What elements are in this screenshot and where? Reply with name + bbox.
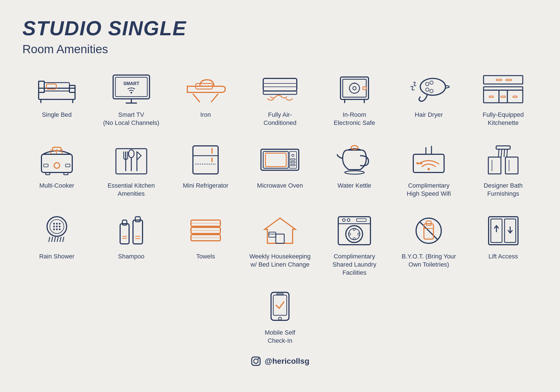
shampoo-icon (109, 212, 154, 248)
svg-rect-51 (66, 164, 70, 167)
svg-rect-38 (484, 90, 499, 103)
svg-rect-47 (41, 154, 72, 172)
svg-line-86 (504, 149, 505, 157)
single-bed-label: Single Bed (42, 111, 72, 119)
svg-rect-72 (291, 159, 295, 160)
hair-dryer-icon (406, 70, 451, 106)
svg-point-19 (208, 85, 209, 87)
svg-rect-148 (273, 295, 287, 315)
bath-label: Designer BathFurnishings (484, 182, 522, 198)
svg-rect-123 (276, 234, 284, 243)
instagram-row: @hericollsg (251, 356, 309, 367)
footer: @hericollsg (22, 350, 538, 367)
instagram-icon (251, 356, 261, 367)
multi-cooker-icon (34, 141, 79, 177)
kettle-icon (332, 141, 377, 177)
svg-point-27 (353, 87, 356, 90)
kitchen-amenities-icon (109, 141, 154, 177)
svg-rect-43 (501, 96, 505, 97)
svg-line-13 (193, 94, 200, 102)
multi-cooker-label: Multi-Cooker (39, 182, 74, 190)
smart-tv-icon: SMART (109, 70, 154, 106)
hair-dryer-label: Hair Dryer (415, 111, 443, 119)
kitchenette-label: Fully-EquippedKitchenette (483, 111, 524, 127)
svg-point-76 (345, 171, 364, 174)
svg-rect-1 (39, 81, 44, 92)
single-bed-icon (34, 70, 79, 106)
svg-line-84 (498, 149, 499, 157)
amenity-laundry: ComplimentaryShared LaundryFacilities (320, 212, 389, 277)
amenities-row3: Rain Shower Shampoo (22, 212, 538, 277)
instagram-handle: @hericollsg (265, 357, 309, 366)
svg-line-98 (60, 237, 61, 242)
microwave-icon (258, 141, 302, 177)
mobile-checkin-icon (258, 288, 302, 324)
svg-point-18 (205, 85, 206, 87)
svg-rect-73 (291, 162, 295, 163)
towels-label: Towels (196, 253, 215, 261)
svg-rect-7 (113, 75, 150, 99)
amenity-lift: Lift Access (469, 212, 538, 277)
svg-point-17 (202, 85, 203, 87)
towels-icon (183, 212, 228, 248)
svg-point-128 (342, 219, 345, 221)
housekeeping-icon (258, 212, 302, 248)
svg-rect-52 (46, 172, 50, 175)
mini-fridge-label: Mini Refrigerator (183, 182, 228, 190)
wifi-icon (406, 141, 451, 177)
mobile-checkin-label: Mobile SelfCheck-In (265, 329, 295, 345)
svg-rect-88 (488, 157, 501, 174)
svg-line-14 (211, 94, 218, 102)
svg-rect-67 (261, 149, 299, 170)
iron-label: Iron (200, 111, 211, 119)
lift-icon (481, 212, 526, 248)
svg-rect-8 (115, 77, 147, 97)
svg-rect-39 (507, 90, 523, 103)
smart-tv-label: Smart TV(No Local Channels) (103, 111, 159, 127)
amenities-row1: Single Bed SMART Smart TV(No Local Chann… (22, 70, 538, 127)
amenity-multi-cooker: Multi-Cooker (22, 141, 91, 198)
svg-rect-29 (363, 87, 366, 90)
svg-rect-83 (496, 146, 510, 149)
svg-rect-42 (513, 96, 517, 97)
shampoo-label: Shampoo (118, 253, 144, 261)
svg-rect-109 (120, 224, 129, 244)
svg-point-102 (59, 223, 60, 225)
svg-line-85 (501, 149, 502, 157)
svg-rect-142 (489, 217, 518, 245)
svg-line-138 (420, 222, 438, 240)
svg-point-34 (426, 88, 429, 91)
svg-rect-69 (265, 153, 286, 167)
svg-point-26 (349, 83, 360, 93)
lift-label: Lift Access (489, 253, 518, 261)
ac-icon (258, 70, 302, 106)
iron-icon (183, 70, 228, 106)
svg-point-32 (420, 78, 445, 95)
svg-point-103 (53, 226, 55, 227)
svg-rect-46 (506, 79, 512, 81)
amenity-microwave: Microwave Oven (246, 141, 314, 198)
svg-point-49 (54, 163, 60, 168)
amenity-shampoo: Shampoo (97, 212, 166, 277)
amenity-single-bed: Single Bed (22, 70, 91, 127)
amenity-ac: Fully Air-Conditioned (246, 70, 314, 127)
svg-rect-140 (426, 221, 431, 225)
svg-rect-53 (64, 172, 68, 175)
svg-point-101 (56, 223, 58, 225)
svg-line-96 (54, 237, 55, 242)
svg-rect-48 (53, 147, 61, 151)
svg-point-153 (258, 358, 259, 360)
svg-point-16 (199, 85, 200, 87)
svg-rect-45 (496, 79, 502, 81)
amenity-wifi: ComplimentaryHigh Speed Wifi (395, 141, 463, 198)
amenity-mini-fridge: Mini Refrigerator (171, 141, 240, 198)
amenity-towels: Towels (171, 212, 240, 277)
svg-rect-20 (263, 78, 297, 91)
kitchenette-icon (481, 70, 526, 106)
rain-shower-label: Rain Shower (39, 253, 74, 261)
housekeeping-label: Weekly Housekeepingw/ Bed Linen Change (249, 253, 311, 269)
svg-point-149 (279, 317, 281, 320)
svg-point-61 (129, 150, 134, 158)
kitchen-amenities-label: Essential KitchenAmenities (108, 182, 155, 198)
svg-point-78 (428, 168, 430, 170)
